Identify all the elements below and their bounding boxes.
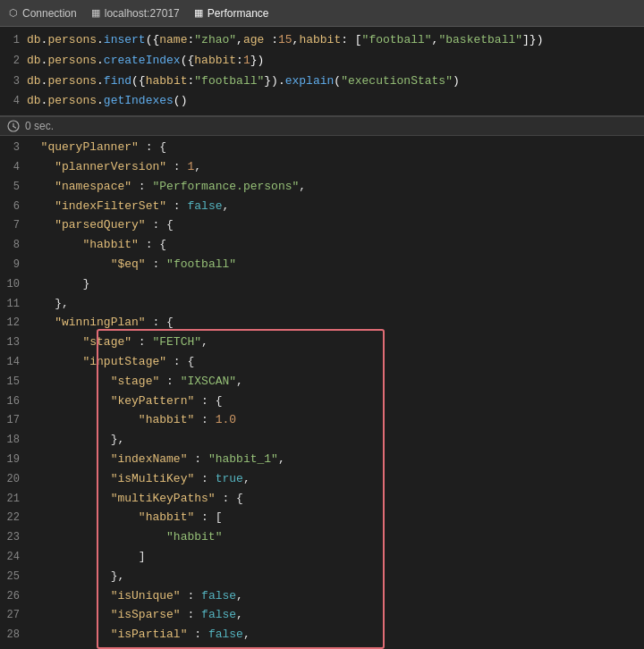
output-text: } bbox=[27, 274, 89, 293]
command-area: 1 db.persons.insert({name:"zhao",age :15… bbox=[0, 27, 644, 116]
line-number: 13 bbox=[5, 334, 20, 352]
output-text: "indexName" : "habbit_1", bbox=[27, 450, 285, 468]
output-text: "isUnique" : false, bbox=[27, 586, 243, 605]
output-text: "multiKeyPaths" : { bbox=[27, 489, 243, 508]
clock-icon bbox=[7, 120, 20, 132]
command-line-1: 1 db.persons.insert({name:"zhao",age :15… bbox=[0, 30, 644, 51]
output-line: 26 "isUnique" : false, bbox=[0, 586, 644, 606]
output-text: }, bbox=[27, 430, 124, 449]
title-bar: ⬡ Connection ▦ localhost:27017 ▦ Perform… bbox=[0, 0, 644, 27]
output-line: 22 "habbit" : [ bbox=[0, 508, 644, 527]
line-number: 6 bbox=[5, 198, 20, 216]
output-line: 25 }, bbox=[0, 567, 644, 586]
output-text: "stage" : "IXSCAN", bbox=[27, 372, 243, 391]
line-number: 18 bbox=[5, 432, 20, 450]
output-text: "isMultiKey" : true, bbox=[27, 469, 250, 488]
performance-tab[interactable]: ▦ Performance bbox=[194, 7, 269, 20]
line-number: 8 bbox=[5, 237, 20, 255]
status-bar: 0 sec. bbox=[0, 116, 644, 136]
output-line: 14 "inputStage" : { bbox=[0, 352, 644, 372]
line-number: 1 bbox=[5, 32, 20, 49]
line-number: 2 bbox=[5, 53, 20, 70]
status-text: 0 sec. bbox=[25, 120, 54, 132]
output-line: 15 "stage" : "IXSCAN", bbox=[0, 372, 644, 392]
command-text: db.persons.find({habbit:"football"}).exp… bbox=[27, 72, 460, 91]
output-line: 24 ] bbox=[0, 547, 644, 567]
output-area: 3 "queryPlanner" : { 4 "plannerVersion" … bbox=[0, 136, 644, 649]
output-line: 27 "isSparse" : false, bbox=[0, 605, 644, 625]
server-label: localhost:27017 bbox=[105, 7, 180, 20]
output-text: "plannerVersion" : 1, bbox=[27, 157, 201, 176]
output-text: "queryPlanner" : { bbox=[27, 138, 166, 156]
output-line: 8 "habbit" : { bbox=[0, 235, 644, 255]
line-number: 27 bbox=[5, 607, 20, 625]
output-text: "habbit" : 1.0 bbox=[27, 410, 236, 429]
output-line: 12 "winningPlan" : { bbox=[0, 313, 644, 333]
output-text: "habbit" : { bbox=[27, 235, 166, 254]
line-number: 15 bbox=[5, 374, 20, 392]
output-line: 10 } bbox=[0, 274, 644, 294]
output-text: "habbit" bbox=[27, 527, 222, 546]
output-line: 11 }, bbox=[0, 294, 644, 314]
output-line: 23 "habbit" bbox=[0, 527, 644, 547]
output-text: "indexVersion" : 2, bbox=[27, 645, 243, 649]
line-number: 3 bbox=[5, 73, 20, 90]
line-number: 11 bbox=[5, 296, 20, 314]
command-line-3: 3 db.persons.find({habbit:"football"}).e… bbox=[0, 72, 644, 92]
output-line: 16 "keyPattern" : { bbox=[0, 392, 644, 411]
output-line: 20 "isMultiKey" : true, bbox=[0, 469, 644, 489]
output-line: 9 "$eq" : "football" bbox=[0, 255, 644, 274]
line-number: 17 bbox=[5, 412, 20, 430]
command-line-2: 2 db.persons.createIndex({habbit:1}) bbox=[0, 51, 644, 72]
command-text: db.persons.createIndex({habbit:1}) bbox=[27, 52, 264, 71]
line-number: 20 bbox=[5, 471, 20, 489]
line-number: 10 bbox=[5, 276, 20, 294]
line-number: 26 bbox=[5, 588, 20, 606]
output-line: 19 "indexName" : "habbit_1", bbox=[0, 450, 644, 469]
output-line: 13 "stage" : "FETCH", bbox=[0, 333, 644, 352]
line-number: 21 bbox=[5, 491, 20, 509]
connection-icon: ⬡ bbox=[9, 7, 18, 19]
output-line: 21 "multiKeyPaths" : { bbox=[0, 489, 644, 509]
line-number: 14 bbox=[5, 354, 20, 372]
line-number: 5 bbox=[5, 179, 20, 197]
output-text: "$eq" : "football" bbox=[27, 255, 236, 274]
line-number: 9 bbox=[5, 257, 20, 274]
server-tab[interactable]: ▦ localhost:27017 bbox=[91, 7, 180, 20]
line-number: 4 bbox=[5, 159, 20, 177]
output-line: 3 "queryPlanner" : { bbox=[0, 138, 644, 157]
svg-line-2 bbox=[13, 127, 16, 129]
output-text: }, bbox=[27, 294, 69, 313]
line-number: 12 bbox=[5, 315, 20, 333]
command-text: db.persons.insert({name:"zhao",age :15,h… bbox=[27, 31, 543, 50]
line-number: 22 bbox=[5, 510, 20, 527]
output-text: "inputStage" : { bbox=[27, 352, 194, 371]
line-number: 28 bbox=[5, 627, 20, 645]
line-number: 23 bbox=[5, 529, 20, 547]
line-number: 16 bbox=[5, 393, 20, 411]
output-text: "stage" : "FETCH", bbox=[27, 333, 208, 351]
output-line: 28 "isPartial" : false, bbox=[0, 625, 644, 645]
line-number: 4 bbox=[5, 93, 20, 110]
output-line: 18 }, bbox=[0, 430, 644, 450]
performance-tab-icon: ▦ bbox=[194, 7, 203, 19]
output-text: "winningPlan" : { bbox=[27, 313, 174, 332]
output-text: "indexFilterSet" : false, bbox=[27, 197, 229, 215]
output-line: 6 "indexFilterSet" : false, bbox=[0, 197, 644, 216]
output-line: 17 "habbit" : 1.0 bbox=[0, 410, 644, 430]
output-text: "isPartial" : false, bbox=[27, 625, 250, 644]
line-number: 3 bbox=[5, 139, 20, 157]
command-text: db.persons.getIndexes() bbox=[27, 92, 187, 111]
output-text: "keyPattern" : { bbox=[27, 392, 222, 410]
output-text: }, bbox=[27, 567, 124, 586]
line-number: 7 bbox=[5, 217, 20, 235]
performance-tab-label: Performance bbox=[208, 7, 269, 20]
output-line: 7 "parsedQuery" : { bbox=[0, 215, 644, 235]
connection-tab[interactable]: ⬡ Connection bbox=[9, 7, 77, 20]
server-icon: ▦ bbox=[91, 7, 100, 19]
line-number: 19 bbox=[5, 451, 20, 469]
output-line: 29 "indexVersion" : 2, bbox=[0, 645, 644, 649]
output-text: "namespace" : "Performance.persons", bbox=[27, 177, 306, 196]
line-number: 24 bbox=[5, 549, 20, 567]
output-line: 5 "namespace" : "Performance.persons", bbox=[0, 177, 644, 197]
